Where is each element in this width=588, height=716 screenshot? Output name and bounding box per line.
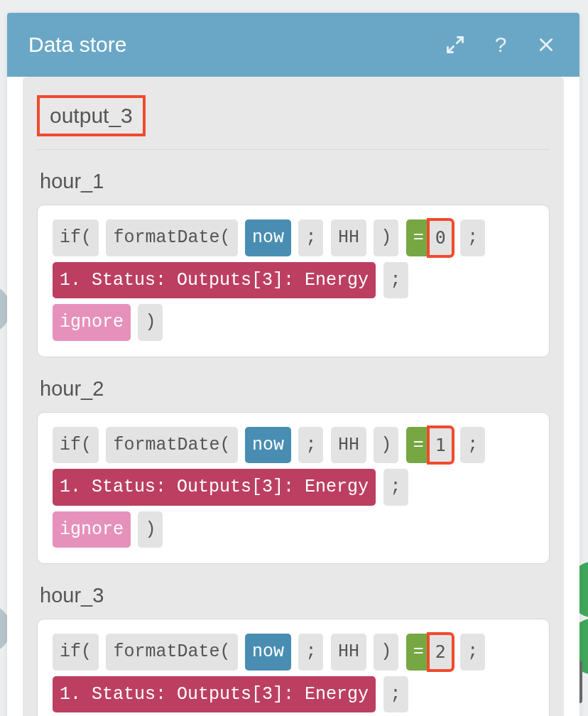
token-sep[interactable]: ; bbox=[383, 262, 408, 299]
token-close[interactable]: ) bbox=[374, 427, 398, 464]
token-hh[interactable]: HH bbox=[331, 219, 366, 256]
output-section: output_3 hour_1 if( formatDate( now ; HH… bbox=[23, 77, 564, 716]
field-hour-1: hour_1 if( formatDate( now ; HH ) = 0 ; … bbox=[37, 150, 550, 357]
field-label: hour_2 bbox=[37, 357, 550, 412]
panel-header: Data store ? bbox=[7, 13, 579, 77]
token-formatdate[interactable]: formatDate( bbox=[106, 427, 237, 464]
token-close[interactable]: ) bbox=[138, 511, 163, 548]
token-close[interactable]: ) bbox=[374, 219, 398, 256]
token-now[interactable]: now bbox=[245, 634, 291, 671]
token-sep[interactable]: ; bbox=[383, 469, 408, 506]
token-if[interactable]: if( bbox=[53, 427, 99, 464]
token-sep[interactable]: ; bbox=[383, 676, 408, 713]
help-icon[interactable]: ? bbox=[489, 33, 513, 57]
token-hh[interactable]: HH bbox=[331, 427, 366, 464]
token-close[interactable]: ) bbox=[138, 304, 163, 341]
token-eq-value[interactable]: 2 bbox=[428, 634, 453, 671]
token-ignore[interactable]: ignore bbox=[53, 511, 131, 548]
section-title-row: output_3 bbox=[37, 77, 550, 150]
token-sep[interactable]: ; bbox=[298, 219, 323, 256]
token-status[interactable]: 1. Status: Outputs[3]: Energy bbox=[53, 469, 376, 506]
token-now[interactable]: now bbox=[245, 427, 291, 464]
data-store-panel: Data store ? output_3 hour_1 if( f bbox=[7, 13, 579, 716]
field-hour-3: hour_3 if( formatDate( now ; HH ) = 2 ; … bbox=[37, 564, 550, 716]
token-close[interactable]: ) bbox=[374, 634, 398, 671]
token-sep[interactable]: ; bbox=[460, 427, 485, 464]
token-sep[interactable]: ; bbox=[460, 634, 485, 671]
token-ignore[interactable]: ignore bbox=[53, 304, 131, 341]
token-status[interactable]: 1. Status: Outputs[3]: Energy bbox=[53, 676, 376, 713]
expression-editor[interactable]: if( formatDate( now ; HH ) = 1 ; 1. Stat… bbox=[37, 412, 550, 565]
token-eq-value[interactable]: 0 bbox=[428, 219, 453, 256]
token-if[interactable]: if( bbox=[53, 634, 99, 671]
field-hour-2: hour_2 if( formatDate( now ; HH ) = 1 ; … bbox=[37, 357, 550, 565]
expression-editor[interactable]: if( formatDate( now ; HH ) = 0 ; 1. Stat… bbox=[37, 205, 550, 357]
token-equals-group[interactable]: = 1 bbox=[406, 427, 453, 464]
token-eq-value[interactable]: 1 bbox=[428, 427, 453, 464]
section-title[interactable]: output_3 bbox=[37, 95, 146, 136]
token-equals-group[interactable]: = 0 bbox=[406, 219, 453, 256]
token-status[interactable]: 1. Status: Outputs[3]: Energy bbox=[53, 262, 376, 299]
token-sep[interactable]: ; bbox=[460, 219, 485, 256]
token-eq: = bbox=[406, 427, 428, 464]
panel-body: output_3 hour_1 if( formatDate( now ; HH… bbox=[7, 77, 579, 716]
token-sep[interactable]: ; bbox=[298, 634, 323, 671]
expression-editor[interactable]: if( formatDate( now ; HH ) = 2 ; 1. Stat… bbox=[37, 619, 550, 716]
token-hh[interactable]: HH bbox=[331, 634, 366, 671]
token-equals-group[interactable]: = 2 bbox=[406, 634, 453, 671]
token-if[interactable]: if( bbox=[53, 219, 99, 256]
token-sep[interactable]: ; bbox=[298, 427, 323, 464]
panel-title: Data store bbox=[28, 33, 422, 57]
token-now[interactable]: now bbox=[245, 219, 291, 256]
token-formatdate[interactable]: formatDate( bbox=[106, 219, 237, 256]
expand-icon[interactable] bbox=[443, 33, 467, 57]
field-label: hour_1 bbox=[37, 150, 550, 205]
field-label: hour_3 bbox=[37, 564, 550, 619]
token-eq: = bbox=[406, 219, 428, 256]
token-eq: = bbox=[406, 634, 428, 671]
close-icon[interactable] bbox=[534, 33, 558, 57]
token-formatdate[interactable]: formatDate( bbox=[106, 634, 237, 671]
